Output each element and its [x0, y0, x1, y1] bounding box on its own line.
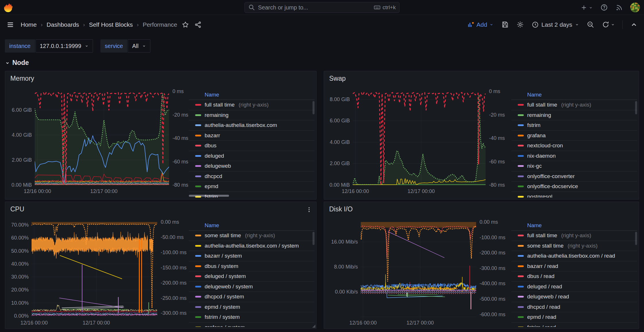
- menu-icon[interactable]: [6, 21, 14, 29]
- variable-service-label[interactable]: service: [100, 39, 127, 53]
- legend-item[interactable]: authelia-authelia.tiserbox.com: [189, 120, 315, 131]
- legend-item[interactable]: bazarr / read: [511, 261, 637, 272]
- legend-item[interactable]: nextcloud-cron: [511, 141, 637, 151]
- legend-item[interactable]: dhcpcd / system: [189, 292, 315, 302]
- add-button[interactable]: Add: [467, 21, 493, 28]
- legend-item-label: remaining: [205, 112, 228, 118]
- svg-text:6.00 GiB: 6.00 GiB: [12, 107, 32, 113]
- legend-vertical-scrollbar[interactable]: [313, 232, 315, 245]
- refresh-button[interactable]: [602, 21, 615, 28]
- legend-item[interactable]: full stall time(right y-axis): [511, 100, 637, 110]
- legend-vertical-scrollbar[interactable]: [635, 232, 637, 245]
- panel-menu-kebab-icon[interactable]: [306, 206, 312, 213]
- disk-io-chart[interactable]: 16.00 Mib/s8.00 Mib/s0.00 Kib/s0.00 ms-1…: [324, 202, 506, 329]
- zoom-out-icon[interactable]: [587, 21, 594, 28]
- svg-text:12/16 00:00: 12/16 00:00: [24, 188, 51, 194]
- breadcrumb: Home › Dashboards › Self Host Blocks › P…: [21, 21, 177, 28]
- legend-item[interactable]: dbus: [189, 141, 315, 151]
- collapse-toolbar-icon[interactable]: [630, 21, 638, 28]
- star-icon[interactable]: [182, 21, 189, 28]
- variable-instance-value[interactable]: 127.0.0.1:19999: [36, 39, 93, 53]
- legend-item-label: full stall time: [527, 102, 557, 108]
- legend-item-label: some stall time: [527, 243, 564, 249]
- variable-instance-label[interactable]: instance: [5, 39, 35, 53]
- share-icon[interactable]: [194, 21, 202, 28]
- legend-item[interactable]: deluged / read: [511, 282, 637, 292]
- legend-horizontal-scrollbar[interactable]: [189, 195, 229, 197]
- global-search[interactable]: ctrl+k: [245, 2, 399, 13]
- legend-item-label: dbus / read: [527, 273, 554, 279]
- dashboard-toolbar: Home › Dashboards › Self Host Blocks › P…: [0, 15, 644, 34]
- svg-text:-400.00 ms: -400.00 ms: [480, 281, 505, 286]
- legend-item[interactable]: onlyoffice-docservice: [511, 182, 637, 192]
- breadcrumb-home[interactable]: Home: [21, 21, 37, 28]
- search-input[interactable]: [258, 4, 371, 11]
- legend-item[interactable]: authelia-authelia.tiserbox.com / system: [189, 241, 315, 251]
- legend-item[interactable]: delugeweb: [189, 161, 315, 171]
- legend-item[interactable]: grafana / system: [189, 323, 315, 327]
- legend-item[interactable]: dhcpcd / read: [511, 302, 637, 312]
- legend-item[interactable]: remaining: [511, 110, 637, 121]
- legend-item[interactable]: deluged: [189, 151, 315, 161]
- legend-item-label: authelia-authelia.tiserbox.com / system: [205, 243, 299, 249]
- svg-text:6.00 GiB: 6.00 GiB: [330, 118, 350, 123]
- svg-text:2.00 GiB: 2.00 GiB: [12, 157, 32, 163]
- breadcrumb-self-host-blocks[interactable]: Self Host Blocks: [89, 21, 133, 28]
- legend-item[interactable]: deluged / system: [189, 271, 315, 282]
- time-range-picker[interactable]: Last 2 days: [532, 21, 579, 28]
- legend-item[interactable]: grafana: [511, 131, 637, 141]
- swap-chart[interactable]: 8.00 GiB6.00 GiB4.00 GiB2.00 GiB0.00 MiB…: [324, 71, 507, 200]
- legend-item[interactable]: onlyoffice-converter: [511, 171, 637, 182]
- panel-swap: Swap 8.00 GiB6.00 GiB4.00 GiB2.00 GiB0.0…: [324, 71, 639, 200]
- legend-item[interactable]: delugeweb / system: [189, 282, 315, 292]
- legend-item[interactable]: epmd / read: [511, 312, 637, 323]
- panel-resize-handle[interactable]: [312, 325, 315, 328]
- legend-item[interactable]: bazarr / system: [189, 251, 315, 261]
- legend-item[interactable]: some stall time(right y-axis): [189, 231, 315, 241]
- legend-item[interactable]: full stall time(right y-axis): [511, 231, 637, 241]
- legend-item[interactable]: some stall time(right y-axis): [511, 241, 637, 251]
- legend-item-axis-note: (right y-axis): [561, 102, 591, 108]
- legend-item[interactable]: dbus / read: [511, 271, 637, 282]
- legend-item[interactable]: delugeweb / read: [511, 292, 637, 302]
- breadcrumb-dashboards[interactable]: Dashboards: [46, 21, 79, 28]
- legend-item[interactable]: full stall time(right y-axis): [189, 100, 315, 110]
- legend-item[interactable]: authelia-authelia.tiserbox.com / read: [511, 251, 637, 261]
- news-rss-button[interactable]: [615, 4, 623, 11]
- save-icon[interactable]: [501, 21, 509, 28]
- user-avatar[interactable]: [630, 3, 640, 12]
- legend-item[interactable]: fstrim / read: [511, 323, 637, 327]
- legend-item-label: epmd / read: [527, 314, 556, 320]
- legend-item[interactable]: remaining: [189, 110, 315, 121]
- grafana-logo-icon[interactable]: [3, 2, 14, 13]
- help-button[interactable]: [600, 4, 608, 11]
- top-bar: ctrl+k: [0, 0, 644, 15]
- legend-item[interactable]: bazarr: [189, 131, 315, 141]
- legend-item[interactable]: fstrim: [511, 120, 637, 131]
- svg-text:0.00 MiB: 0.00 MiB: [329, 182, 350, 188]
- new-button[interactable]: [580, 4, 593, 11]
- series-color-marker: [518, 124, 524, 126]
- cpu-chart[interactable]: 70.00%60.00%50.00%40.00%30.00%20.00%10.0…: [5, 202, 188, 329]
- svg-text:-600.00 ms: -600.00 ms: [480, 312, 505, 317]
- legend-item[interactable]: epmd / system: [189, 302, 315, 312]
- legend-vertical-scrollbar[interactable]: [635, 101, 637, 114]
- series-color-marker: [518, 135, 524, 136]
- svg-text:8.00 Mib/s: 8.00 Mib/s: [334, 264, 358, 270]
- series-color-marker: [518, 245, 524, 247]
- legend-item[interactable]: dhcpcd: [189, 171, 315, 182]
- legend-item-label: fstrim / system: [205, 314, 240, 320]
- memory-chart[interactable]: 6.00 GiB4.00 GiB2.00 GiB0.00 MiB0 ms-20 …: [5, 71, 189, 200]
- legend-vertical-scrollbar[interactable]: [313, 101, 315, 114]
- legend-item[interactable]: dbus / system: [189, 261, 315, 272]
- breadcrumb-separator: ›: [41, 22, 42, 28]
- variables-row: instance 127.0.0.1:19999 service All: [5, 39, 639, 53]
- section-node[interactable]: Node: [5, 59, 639, 67]
- legend-item[interactable]: nix-daemon: [511, 151, 637, 161]
- settings-gear-icon[interactable]: [516, 21, 524, 28]
- legend-item[interactable]: nix-gc: [511, 161, 637, 171]
- legend-item[interactable]: epmd: [189, 182, 315, 192]
- legend-item[interactable]: postgresql: [511, 192, 637, 198]
- variable-service-value[interactable]: All: [128, 39, 150, 53]
- legend-item[interactable]: fstrim / system: [189, 312, 315, 323]
